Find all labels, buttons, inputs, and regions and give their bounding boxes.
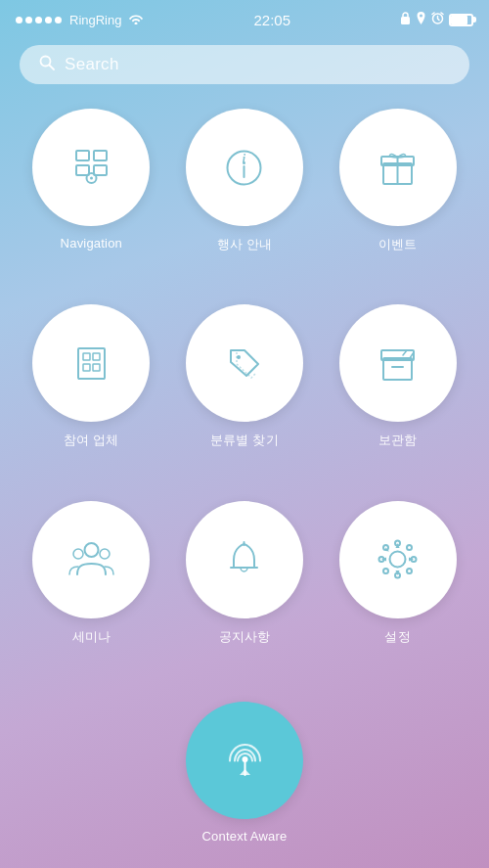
svg-rect-24 [383, 358, 412, 380]
circle-seminar [32, 501, 150, 618]
label-notice: 공지사항 [219, 628, 271, 646]
circle-navigation [32, 109, 150, 226]
grid-item-event-info[interactable]: i 행사 안내 [173, 109, 317, 295]
circle-events [339, 109, 457, 226]
signal-dots [16, 17, 62, 23]
main-grid: Navigation i 행사 안내 이벤트 [0, 99, 489, 697]
lock-icon [400, 12, 411, 27]
svg-rect-17 [78, 348, 105, 379]
label-storage: 보관함 [378, 432, 418, 449]
svg-point-27 [84, 543, 98, 557]
grid-item-settings[interactable]: 설정 [326, 501, 469, 687]
carrier-name: RingRing [69, 13, 121, 27]
location-icon [416, 12, 426, 27]
svg-rect-20 [83, 364, 90, 371]
grid-item-seminar[interactable]: 세미나 [20, 501, 163, 687]
label-settings: 설정 [384, 628, 410, 646]
status-bar: RingRing 22:05 [0, 0, 489, 35]
svg-point-38 [407, 545, 412, 550]
bottom-row: Context Aware [0, 697, 489, 868]
wifi-icon [128, 12, 144, 27]
label-event-info: 행사 안내 [217, 236, 273, 253]
svg-rect-19 [93, 353, 100, 360]
search-bar[interactable]: Search [20, 45, 469, 84]
svg-point-9 [90, 176, 93, 179]
search-icon [39, 55, 55, 74]
grid-item-events[interactable]: 이벤트 [326, 109, 469, 295]
svg-point-29 [100, 549, 110, 559]
svg-rect-0 [401, 17, 410, 24]
svg-point-40 [407, 569, 412, 573]
grid-item-navigation[interactable]: Navigation [20, 109, 163, 295]
grid-item-context-aware[interactable]: Context Aware [186, 702, 303, 844]
svg-rect-21 [93, 364, 100, 371]
circle-settings [339, 501, 457, 618]
svg-rect-4 [76, 151, 89, 160]
grid-item-participants[interactable]: 참여 업체 [20, 304, 163, 490]
circle-category [186, 304, 303, 422]
grid-item-category[interactable]: 분류별 찾기 [173, 304, 317, 490]
status-right [400, 12, 473, 27]
svg-rect-7 [94, 165, 107, 175]
search-container: Search [0, 35, 489, 99]
label-category: 분류별 찾기 [210, 432, 279, 449]
svg-rect-5 [94, 151, 107, 160]
grid-item-notice[interactable]: 공지사항 [173, 501, 317, 687]
svg-rect-18 [83, 353, 90, 360]
svg-point-42 [242, 756, 247, 762]
circle-notice [186, 501, 303, 618]
label-context-aware: Context Aware [202, 829, 288, 844]
svg-point-39 [383, 569, 388, 573]
search-placeholder: Search [65, 55, 119, 74]
svg-point-32 [390, 552, 406, 568]
svg-point-13 [243, 161, 245, 164]
circle-storage [339, 304, 457, 422]
battery-indicator [449, 14, 473, 26]
label-navigation: Navigation [61, 236, 122, 251]
circle-event-info: i [186, 109, 303, 226]
grid-item-storage[interactable]: 보관함 [326, 304, 469, 490]
status-time: 22:05 [253, 12, 290, 28]
label-seminar: 세미나 [72, 628, 111, 646]
svg-point-28 [73, 549, 83, 559]
label-events: 이벤트 [378, 236, 418, 253]
alarm-icon [431, 12, 444, 27]
svg-point-37 [383, 545, 388, 550]
svg-rect-6 [76, 165, 89, 175]
circle-context-aware [186, 702, 303, 819]
svg-line-3 [50, 66, 55, 70]
label-participants: 참여 업체 [64, 432, 119, 449]
status-left: RingRing [16, 12, 144, 27]
circle-participants [32, 304, 150, 422]
